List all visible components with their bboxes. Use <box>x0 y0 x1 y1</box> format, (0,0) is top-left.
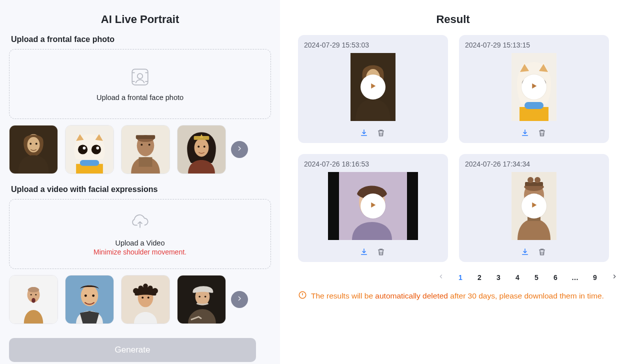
play-button[interactable] <box>360 74 386 100</box>
play-button[interactable] <box>360 194 386 218</box>
video-sample-3[interactable] <box>121 275 170 324</box>
pagination-page[interactable]: 6 <box>552 274 558 282</box>
svg-point-9 <box>92 144 101 154</box>
delete-button[interactable] <box>376 247 386 257</box>
result-card: 2024-07-26 17:34:34 <box>459 154 609 262</box>
svg-point-40 <box>152 288 158 294</box>
download-button[interactable] <box>359 128 369 138</box>
svg-point-34 <box>92 294 94 297</box>
svg-point-43 <box>143 284 148 288</box>
warning-icon <box>298 290 307 302</box>
upload-video-dropzone[interactable]: Upload a Video Minimize shoulder movemen… <box>9 199 271 269</box>
pagination-page[interactable]: 4 <box>514 274 520 282</box>
pagination-page[interactable]: 9 <box>592 274 598 282</box>
svg-point-33 <box>84 294 87 297</box>
result-timestamp: 2024-07-26 18:16:53 <box>304 160 442 168</box>
warning-text-em: automatically deleted <box>375 292 448 300</box>
delete-button[interactable] <box>376 128 386 138</box>
play-icon <box>368 82 378 92</box>
svg-point-1 <box>138 74 143 79</box>
svg-rect-17 <box>139 157 152 166</box>
svg-point-18 <box>140 144 142 146</box>
svg-point-8 <box>78 144 88 154</box>
pagination-page[interactable]: 3 <box>496 274 502 282</box>
svg-point-11 <box>96 146 99 150</box>
chevron-right-icon <box>236 294 244 304</box>
play-icon <box>530 200 538 212</box>
auto-delete-warning: The results will be automatically delete… <box>298 290 633 302</box>
download-button[interactable] <box>520 128 530 138</box>
photo-sample-4[interactable] <box>177 125 226 174</box>
video-samples-next-button[interactable] <box>231 291 248 308</box>
page-title-right: Result <box>298 13 608 26</box>
svg-rect-69 <box>525 182 543 186</box>
page-title-left: AI Live Portrait <box>9 13 271 26</box>
video-sample-1[interactable] <box>9 275 58 324</box>
play-icon <box>368 200 378 212</box>
result-timestamp: 2024-07-29 15:53:03 <box>304 41 442 49</box>
video-sample-2[interactable] <box>65 275 114 324</box>
camera-face-icon <box>130 66 150 90</box>
result-card: 2024-07-29 15:13:15 <box>459 35 609 143</box>
pagination-prev[interactable] <box>438 273 444 282</box>
svg-point-28 <box>30 294 32 296</box>
download-button[interactable] <box>359 247 369 257</box>
photo-samples-next-button[interactable] <box>231 141 248 158</box>
svg-rect-60 <box>520 107 548 121</box>
result-thumbnail[interactable] <box>512 172 556 240</box>
download-button[interactable] <box>520 247 530 257</box>
photo-sample-row <box>9 125 271 174</box>
svg-rect-61 <box>524 102 544 109</box>
svg-point-10 <box>83 146 86 150</box>
generate-button[interactable]: Generate <box>9 338 256 362</box>
upload-photo-dropzone[interactable]: Upload a frontal face photo <box>9 49 271 119</box>
svg-rect-13 <box>80 160 99 166</box>
svg-point-45 <box>148 296 150 298</box>
upload-video-hint: Minimize shoulder movement. <box>94 248 186 256</box>
cloud-upload-icon <box>130 212 150 235</box>
result-card: 2024-07-26 18:16:53 <box>298 154 448 262</box>
svg-point-71 <box>534 177 540 183</box>
play-button[interactable] <box>522 74 546 100</box>
delete-button[interactable] <box>537 128 547 138</box>
result-timestamp: 2024-07-29 15:13:15 <box>465 41 603 49</box>
svg-point-49 <box>204 296 206 298</box>
result-card: 2024-07-29 15:53:03 <box>298 35 448 143</box>
photo-sample-1[interactable] <box>9 125 58 174</box>
video-sample-4[interactable] <box>177 275 226 324</box>
pagination-page[interactable]: 5 <box>534 274 540 282</box>
upload-photo-text: Upload a frontal face photo <box>96 94 184 102</box>
pagination-next[interactable] <box>611 273 618 282</box>
svg-point-24 <box>198 146 200 148</box>
result-thumbnail[interactable] <box>350 53 396 121</box>
play-button[interactable] <box>522 194 546 218</box>
photo-sample-3[interactable] <box>121 125 170 174</box>
results-grid: 2024-07-29 15:53:03 2024-07-29 15:13:15 <box>298 35 609 262</box>
svg-point-39 <box>133 288 139 294</box>
result-thumbnail[interactable] <box>512 53 556 121</box>
svg-point-29 <box>35 294 36 296</box>
svg-point-70 <box>528 177 534 183</box>
svg-point-48 <box>198 296 200 298</box>
pagination-page[interactable]: 2 <box>476 274 482 282</box>
svg-point-42 <box>148 286 153 290</box>
pagination: 1 2 3 4 5 6 … 9 <box>298 273 618 282</box>
svg-point-4 <box>28 137 40 152</box>
result-thumbnail[interactable] <box>328 172 418 240</box>
pagination-ellipsis[interactable]: … <box>572 274 579 282</box>
svg-point-21 <box>194 138 209 156</box>
upload-video-label: Upload a video with facial expressions <box>11 185 271 194</box>
warning-text-pre: The results will be <box>311 292 375 300</box>
svg-point-6 <box>36 143 38 145</box>
video-sample-row <box>9 275 271 324</box>
svg-point-41 <box>138 286 144 290</box>
play-icon <box>530 82 538 92</box>
pagination-page[interactable]: 1 <box>458 274 464 282</box>
svg-point-44 <box>142 296 144 298</box>
warning-text-post: after 30 days, please download them in t… <box>448 292 604 300</box>
svg-rect-0 <box>132 69 148 85</box>
svg-point-5 <box>30 143 32 145</box>
delete-button[interactable] <box>537 247 547 257</box>
svg-point-25 <box>204 146 206 148</box>
photo-sample-2[interactable] <box>65 125 114 174</box>
